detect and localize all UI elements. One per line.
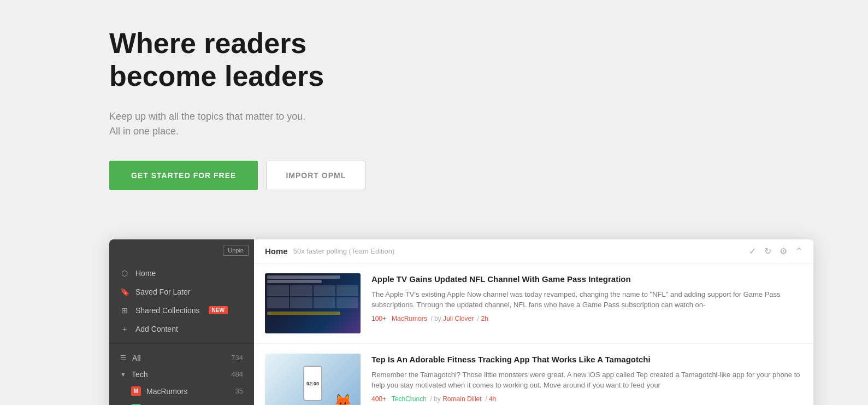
grid-icon: ⊞ [120,306,129,315]
collapse-icon[interactable]: ⌃ [795,246,802,256]
sidebar-row-macrumors[interactable]: M MacRumors 35 [109,383,254,400]
article-list: Apple TV Gains Updated NFL Channel With … [254,263,813,405]
thumb-bar-2 [267,280,322,283]
sidebar-item-shared-collections[interactable]: ⊞ Shared Collections NEW [109,301,254,320]
article-thumbnail: 02:00 🦊 [265,354,361,405]
sidebar-row-techcrunch[interactable]: Tc TechCrunch 295 [109,400,254,405]
article-item: Apple TV Gains Updated NFL Channel With … [254,263,813,344]
feed-subtitle: 50x faster polling (Team Edition) [293,247,395,255]
article-title[interactable]: Tep Is An Adorable Fitness Tracking App … [371,354,802,365]
article-body: Apple TV Gains Updated NFL Channel With … [371,273,802,333]
bookmark-icon: 🔖 [120,287,129,296]
article-meta: 400+ TechCrunch / by Romain Dillet / 4h [371,395,802,403]
import-opml-button[interactable]: IMPORT OPML [266,161,365,190]
sidebar-divider [109,344,254,344]
thumb-bar-1 [267,275,340,279]
get-started-button[interactable]: GET STARTED FOR FREE [109,161,258,190]
macrumors-icon: M [131,386,141,396]
hero-title: Where readers become leaders [109,27,382,93]
sidebar-item-home[interactable]: ⬡ Home [109,264,254,283]
sidebar-row-tech[interactable]: ▼ Tech 484 [109,366,254,383]
hero-buttons: GET STARTED FOR FREE IMPORT OPML [109,161,868,190]
page-wrapper: Where readers become leaders Keep up wit… [0,0,868,405]
unpin-button[interactable]: Unpin [223,245,249,256]
main-header-icons: ✓ ↻ ⚙ ⌃ [749,246,802,256]
character-illustration: 🦊 [333,393,352,405]
feed-title: Home [265,246,288,256]
home-icon: ⬡ [120,269,129,278]
hero-subtitle: Keep up with all the topics that matter … [109,109,868,139]
article-excerpt: Remember the Tamagotchi? Those little mo… [371,369,802,391]
article-excerpt: The Apple TV's existing Apple Now channe… [371,289,802,310]
main-content: Home 50x faster polling (Team Edition) ✓… [254,239,813,405]
chevron-down-icon: ▼ [120,371,126,378]
sidebar-item-saved-for-later[interactable]: 🔖 Saved For Later [109,283,254,301]
article-body: Tep Is An Adorable Fitness Tracking App … [371,354,802,405]
list-icon: ☰ [120,354,127,362]
article-title[interactable]: Apple TV Gains Updated NFL Channel With … [371,273,802,285]
app-demo: Unpin ⬡ Home 🔖 Saved For Later ⊞ Shared … [109,239,813,405]
sidebar-nav: ⬡ Home 🔖 Saved For Later ⊞ Shared Collec… [109,264,254,338]
article-thumbnail [265,273,361,333]
checkmark-icon[interactable]: ✓ [749,246,756,256]
new-badge: NEW [209,306,228,314]
add-icon: + [120,325,129,333]
thumb-grid [267,285,358,308]
sidebar-row-all[interactable]: ☰ All 734 [109,350,254,366]
article-item: 02:00 🦊 Tep Is An Adorable Fitness Track… [254,344,813,405]
article-meta: 100+ MacRumors / by Juli Clover / 2h [371,315,802,322]
hero-section: Where readers become leaders Keep up wit… [0,0,868,239]
phone-mockup: 02:00 [303,366,322,401]
settings-icon[interactable]: ⚙ [780,246,787,256]
refresh-icon[interactable]: ↻ [764,246,771,256]
sidebar: Unpin ⬡ Home 🔖 Saved For Later ⊞ Shared … [109,239,254,405]
main-header: Home 50x faster polling (Team Edition) ✓… [254,239,813,263]
sidebar-item-add-content[interactable]: + Add Content [109,320,254,338]
